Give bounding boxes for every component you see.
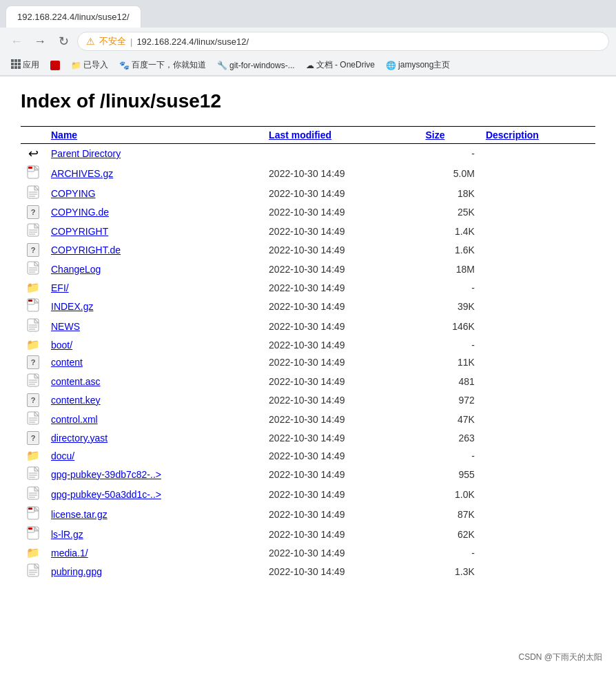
file-date-cell: 2022-10-30 14:49	[263, 371, 420, 391]
file-name-cell: content.key	[45, 391, 263, 409]
file-name-cell: directory.yast	[45, 429, 263, 447]
col-name-header[interactable]: Name	[45, 127, 263, 144]
col-date-header[interactable]: Last modified	[263, 127, 420, 144]
file-icon-cell	[21, 409, 45, 429]
file-desc-cell	[480, 447, 595, 464]
file-size-cell: 18K	[420, 183, 480, 203]
svg-rect-5	[18, 63, 21, 65]
file-link[interactable]: Parent Directory	[51, 148, 121, 159]
file-size-cell: 39K	[420, 296, 480, 316]
file-link[interactable]: boot/	[51, 340, 72, 351]
bookmark-onedrive[interactable]: ☁ 文档 - OneDrive	[302, 58, 379, 72]
bookmark-apps[interactable]: 应用	[7, 58, 43, 72]
file-desc-cell	[480, 144, 595, 164]
file-desc-cell	[480, 464, 595, 484]
file-date-cell: 2022-10-30 14:49	[263, 447, 420, 464]
globe-icon: 🌐	[386, 61, 396, 70]
col-desc-header[interactable]: Description	[480, 127, 595, 144]
file-link[interactable]: COPYRIGHT	[51, 226, 108, 237]
file-desc-cell	[480, 296, 595, 316]
size-sort-link[interactable]: Size	[425, 129, 444, 140]
bookmark-git[interactable]: 🔧 git-for-windows-...	[213, 59, 299, 72]
separator: |	[130, 37, 132, 47]
file-date-cell: 2022-10-30 14:49	[263, 353, 420, 371]
file-date-cell: 2022-10-30 14:49	[263, 203, 420, 221]
date-sort-link[interactable]: Last modified	[269, 129, 331, 140]
file-date-cell: 2022-10-30 14:49	[263, 391, 420, 409]
file-link[interactable]: content.asc	[51, 376, 101, 387]
file-link[interactable]: control.xml	[51, 414, 98, 425]
file-link[interactable]: license.tar.gz	[51, 509, 107, 520]
bookmark-red[interactable]	[46, 59, 64, 72]
table-row: gpg-pubkey-39db7c82-..> 2022-10-30 14:49…	[21, 464, 595, 484]
file-link[interactable]: COPYING.de	[51, 207, 109, 218]
name-sort-link[interactable]: Name	[51, 129, 77, 140]
bookmark-jamysong[interactable]: 🌐 jamysong主页	[382, 58, 454, 72]
file-size-cell: 146K	[420, 316, 480, 336]
file-link[interactable]: ChangeLog	[51, 264, 101, 275]
table-row: INDEX.gz 2022-10-30 14:49 39K	[21, 296, 595, 316]
file-link[interactable]: content.key	[51, 395, 101, 406]
file-link[interactable]: gpg-pubkey-39db7c82-..>	[51, 469, 161, 480]
file-name-cell: COPYING.de	[45, 203, 263, 221]
file-size-cell: -	[420, 544, 480, 561]
file-date-cell: 2022-10-30 14:49	[263, 163, 420, 183]
file-date-cell: 2022-10-30 14:49	[263, 259, 420, 279]
bookmark-baidu[interactable]: 🐾 百度一下，你就知道	[115, 58, 210, 72]
file-link[interactable]: EFI/	[51, 282, 69, 293]
apps-label: 应用	[23, 59, 39, 71]
svg-rect-0	[11, 59, 14, 62]
file-link[interactable]: gpg-pubkey-50a3dd1c-..>	[51, 489, 161, 500]
bookmark-imported[interactable]: 📁 已导入	[67, 58, 112, 72]
file-link[interactable]: pubring.gpg	[51, 566, 102, 577]
table-row: gpg-pubkey-50a3dd1c-..> 2022-10-30 14:49…	[21, 484, 595, 504]
active-tab[interactable]: 192.168.224.4/linux/suse12/	[6, 6, 141, 28]
file-name-cell: Parent Directory	[45, 144, 263, 164]
folder-icon: 📁	[71, 61, 81, 70]
file-name-cell: ls-lR.gz	[45, 524, 263, 544]
svg-rect-4	[14, 63, 17, 65]
file-size-cell: -	[420, 144, 480, 164]
col-size-header[interactable]: Size	[420, 127, 480, 144]
file-date-cell: 2022-10-30 14:49	[263, 429, 420, 447]
file-size-cell: -	[420, 336, 480, 353]
reload-button[interactable]: ↻	[54, 32, 73, 51]
file-link[interactable]: INDEX.gz	[51, 301, 93, 312]
file-size-cell: -	[420, 279, 480, 296]
file-icon-cell: ↩	[21, 144, 45, 164]
file-size-cell: -	[420, 447, 480, 464]
file-link[interactable]: ARCHIVES.gz	[51, 168, 113, 179]
file-desc-cell	[480, 279, 595, 296]
file-link[interactable]: COPYING	[51, 188, 96, 199]
file-icon-cell	[21, 221, 45, 241]
file-link[interactable]: docu/	[51, 450, 74, 461]
file-link[interactable]: COPYRIGHT.de	[51, 244, 121, 256]
file-size-cell: 25K	[420, 203, 480, 221]
bookmark-onedrive-label: 文档 - OneDrive	[316, 59, 375, 71]
file-link[interactable]: directory.yast	[51, 433, 107, 444]
file-icon-cell	[21, 296, 45, 316]
file-desc-cell	[480, 241, 595, 259]
security-icon: ⚠	[86, 36, 95, 47]
file-date-cell: 2022-10-30 14:49	[263, 296, 420, 316]
back-button[interactable]: ←	[7, 32, 26, 51]
file-link[interactable]: content	[51, 357, 83, 368]
file-icon-cell: ?	[21, 203, 45, 221]
table-row: 📁 docu/ 2022-10-30 14:49 -	[21, 447, 595, 464]
desc-sort-link[interactable]: Description	[486, 129, 539, 140]
file-link[interactable]: media.1/	[51, 548, 88, 559]
file-link[interactable]: ls-lR.gz	[51, 529, 83, 540]
address-bar[interactable]: ⚠ 不安全 | 192.168.224.4/linux/suse12/	[77, 32, 609, 51]
file-desc-cell	[480, 524, 595, 544]
table-row: 📁 boot/ 2022-10-30 14:49 -	[21, 336, 595, 353]
file-name-cell: boot/	[45, 336, 263, 353]
table-row: NEWS 2022-10-30 14:49 146K	[21, 316, 595, 336]
file-icon-cell	[21, 524, 45, 544]
file-icon-cell	[21, 163, 45, 183]
file-link[interactable]: NEWS	[51, 321, 80, 332]
file-desc-cell	[480, 409, 595, 429]
forward-button[interactable]: →	[30, 32, 50, 51]
file-date-cell: 2022-10-30 14:49	[263, 221, 420, 241]
nav-bar: ← → ↻ ⚠ 不安全 | 192.168.224.4/linux/suse12…	[0, 28, 616, 55]
svg-rect-6	[11, 66, 14, 69]
